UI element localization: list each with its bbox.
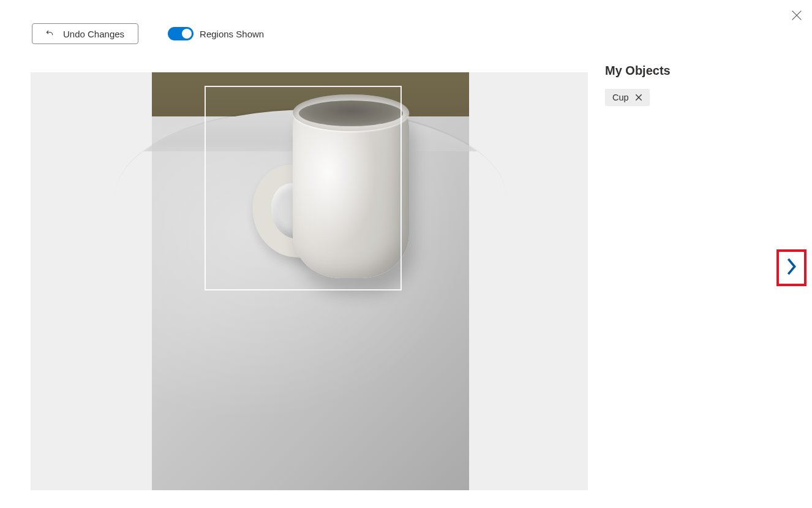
close-icon xyxy=(790,13,803,24)
objects-panel: My Objects Cup xyxy=(605,64,764,106)
regions-toggle[interactable] xyxy=(168,27,194,40)
regions-toggle-label: Regions Shown xyxy=(200,29,264,39)
toggle-knob xyxy=(182,29,192,39)
object-tag-label: Cup xyxy=(612,93,629,102)
objects-panel-title: My Objects xyxy=(605,64,764,78)
undo-icon xyxy=(45,28,55,40)
close-icon xyxy=(634,93,644,102)
close-button[interactable] xyxy=(790,9,803,22)
undo-button[interactable]: Undo Changes xyxy=(32,23,138,44)
regions-toggle-wrap: Regions Shown xyxy=(168,27,264,40)
chevron-right-icon xyxy=(785,257,799,278)
object-tag-cup[interactable]: Cup xyxy=(605,89,650,106)
next-image-button[interactable] xyxy=(776,249,806,286)
training-image xyxy=(152,72,469,490)
image-canvas[interactable] xyxy=(31,72,588,490)
remove-tag-button[interactable] xyxy=(634,93,644,102)
region-box-cup[interactable] xyxy=(205,86,402,290)
toolbar: Undo Changes Regions Shown xyxy=(32,23,264,44)
undo-button-label: Undo Changes xyxy=(63,29,124,39)
